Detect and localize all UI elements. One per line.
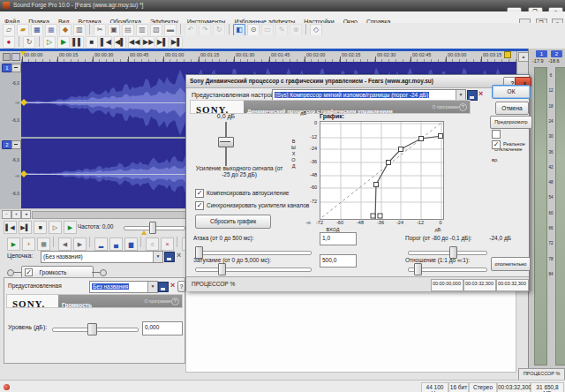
remove-effect-icon[interactable]: × xyxy=(161,237,174,251)
event-tool-icon[interactable]: ▭ xyxy=(261,24,274,36)
previous-marker-icon[interactable]: ◀▌ xyxy=(114,36,126,49)
save-icon[interactable]: ▦ xyxy=(31,24,43,36)
stop-icon[interactable]: ■ xyxy=(86,36,98,49)
meter-scale-label: 42 xyxy=(546,165,555,170)
process-to-end-icon[interactable]: ▄ xyxy=(109,237,123,251)
bypass-effect-icon[interactable]: ○ xyxy=(146,237,159,251)
about-link[interactable]: О программе xyxy=(144,298,171,304)
record-icon[interactable]: ● xyxy=(3,36,15,49)
save-as-icon[interactable]: ▦ xyxy=(45,24,57,36)
bypass-checkbox-box[interactable] xyxy=(492,130,501,139)
chevron-down-icon[interactable]: ▼ xyxy=(153,252,162,262)
redo-icon[interactable]: ↷ xyxy=(199,24,211,36)
gain-fader-thumb[interactable] xyxy=(218,137,234,147)
cancel-button[interactable]: Отмена xyxy=(495,102,529,115)
help-icon[interactable]: ? xyxy=(171,298,179,305)
meter-bar-channel2[interactable] xyxy=(555,67,565,366)
toolbar-separator xyxy=(305,24,306,34)
play-icon[interactable]: ▶ xyxy=(57,36,70,49)
zoom-out-icon[interactable]: − xyxy=(2,210,11,219)
pencil-tool-icon[interactable]: ✎ xyxy=(275,24,288,36)
process-select-icon[interactable]: ▂ xyxy=(94,237,108,251)
plugin-help-button[interactable]: ? xyxy=(177,281,185,292)
play-all-icon[interactable]: ▷ xyxy=(49,221,62,234)
threshold-slider-track[interactable] xyxy=(408,251,487,255)
release-slider-thumb[interactable] xyxy=(218,263,226,275)
play-all-icon[interactable]: ▷ xyxy=(43,36,56,49)
attack-value-box[interactable]: 1,0 xyxy=(320,232,357,245)
zoom-tool-icon[interactable]: ⊕ xyxy=(290,24,302,36)
about-link[interactable]: О программе xyxy=(432,104,459,109)
meter-scale-label: 18 xyxy=(546,104,555,109)
delete-preset-icon[interactable]: × xyxy=(478,89,483,98)
paste-special-icon[interactable]: ▥ xyxy=(136,24,148,36)
loop-playback-icon[interactable]: ↻ xyxy=(23,36,35,49)
preview-play-icon[interactable]: ▶ xyxy=(7,237,20,251)
dialog-title-bar[interactable]: Sony Динамический процессор с графически… xyxy=(186,75,529,88)
delete-preset-icon[interactable]: × xyxy=(170,281,175,290)
release-slider-track[interactable] xyxy=(195,268,312,272)
attack-slider-track[interactable] xyxy=(195,251,312,255)
go-to-start-icon[interactable]: ▌◀ xyxy=(4,221,17,234)
level-slider-thumb[interactable] xyxy=(87,323,97,335)
publish-icon[interactable]: ◆ xyxy=(59,24,72,36)
ratio-slider-thumb[interactable] xyxy=(414,263,422,275)
save-preset-icon[interactable] xyxy=(158,282,169,292)
new-file-icon[interactable]: ▱ xyxy=(3,24,15,36)
open-file-icon[interactable]: ▰ xyxy=(17,24,29,36)
channel2-minimize-icon[interactable] xyxy=(11,140,21,149)
end-marker-icon[interactable] xyxy=(504,51,511,58)
go-to-end-icon[interactable]: ▶▌ xyxy=(170,36,183,49)
add-effect-icon[interactable]: + xyxy=(22,237,35,251)
stop-icon[interactable]: ■ xyxy=(34,221,47,234)
play-icon[interactable]: ▶ xyxy=(64,221,77,234)
autogain-checkbox-box[interactable]: ✓ xyxy=(195,189,204,198)
mix-icon[interactable]: ▧ xyxy=(150,24,162,36)
rate-slider-thumb[interactable] xyxy=(149,222,156,234)
next-marker-icon[interactable]: ▶▌ xyxy=(156,36,169,49)
realtime-checkbox-box[interactable]: ✓ xyxy=(492,140,501,149)
reset-graph-button[interactable]: Сбросить график xyxy=(195,215,271,229)
edit-tool-icon[interactable]: ◧ xyxy=(233,24,245,36)
forward-icon[interactable]: ▶▶ xyxy=(142,36,154,49)
level-value-box[interactable]: 0,000 xyxy=(142,321,183,335)
paste-icon[interactable]: ▤ xyxy=(122,24,134,36)
go-to-start-icon[interactable]: ▌◀ xyxy=(100,36,112,49)
repeat-icon[interactable]: ↻ xyxy=(213,24,225,36)
chevron-down-icon[interactable]: ▼ xyxy=(147,282,157,292)
cut-icon[interactable]: ✂ xyxy=(94,24,106,36)
magnify-tool-icon[interactable]: ⊙ xyxy=(247,24,260,36)
pause-icon[interactable]: ▌▌ xyxy=(72,36,84,49)
chain-node-checkbox[interactable]: ✓ xyxy=(25,268,33,276)
ok-button[interactable]: ОК xyxy=(492,85,531,99)
meter-bar-channel1[interactable] xyxy=(534,67,547,366)
undo-icon[interactable]: ↶ xyxy=(185,24,197,36)
sync-checkbox-box[interactable]: ✓ xyxy=(195,201,204,210)
rewind-icon[interactable]: ◀◀ xyxy=(128,36,140,49)
process-all-icon[interactable]: ▆ xyxy=(124,237,138,251)
graph-y-tick-label: -12 xyxy=(299,134,317,139)
scroll-left-icon[interactable]: ◂ xyxy=(21,210,31,219)
preview-button[interactable]: Предпросмотр xyxy=(490,116,532,129)
release-value-box[interactable]: 500,0 xyxy=(320,254,357,268)
move-effect-right-icon[interactable]: ▶ xyxy=(73,237,87,251)
copy-icon[interactable]: ▣ xyxy=(108,24,120,36)
plugin-preset-combobox[interactable]: Без названия▼ xyxy=(89,281,158,293)
properties-icon[interactable]: ▥ xyxy=(73,24,86,36)
zoom-in-icon[interactable]: + xyxy=(11,210,21,219)
more-button[interactable]: ополнительно xyxy=(491,257,531,271)
trim-icon[interactable]: ▬ xyxy=(164,24,177,36)
meter-scale-label: 6 xyxy=(546,73,555,78)
ratio-label: Отношение (1:1 до ∞:1): xyxy=(405,257,470,263)
snapshot-icon[interactable]: ◇ xyxy=(310,24,322,36)
channel1-minimize-icon[interactable] xyxy=(11,64,21,72)
effect-window-icon[interactable]: ▦ xyxy=(37,237,50,251)
save-chain-icon[interactable] xyxy=(164,252,175,262)
chain-preset-combobox[interactable]: (Без названия)▼ xyxy=(41,251,163,263)
dynamics-graph[interactable] xyxy=(320,121,444,220)
delete-chain-icon[interactable]: × xyxy=(177,251,181,260)
go-to-end-icon[interactable]: ▶▌ xyxy=(19,221,32,234)
realtime-checkbox[interactable]: ✓Реальное вр. xyxy=(492,140,529,172)
move-effect-left-icon[interactable]: ◀ xyxy=(58,237,72,251)
help-icon[interactable]: ? xyxy=(459,103,467,111)
